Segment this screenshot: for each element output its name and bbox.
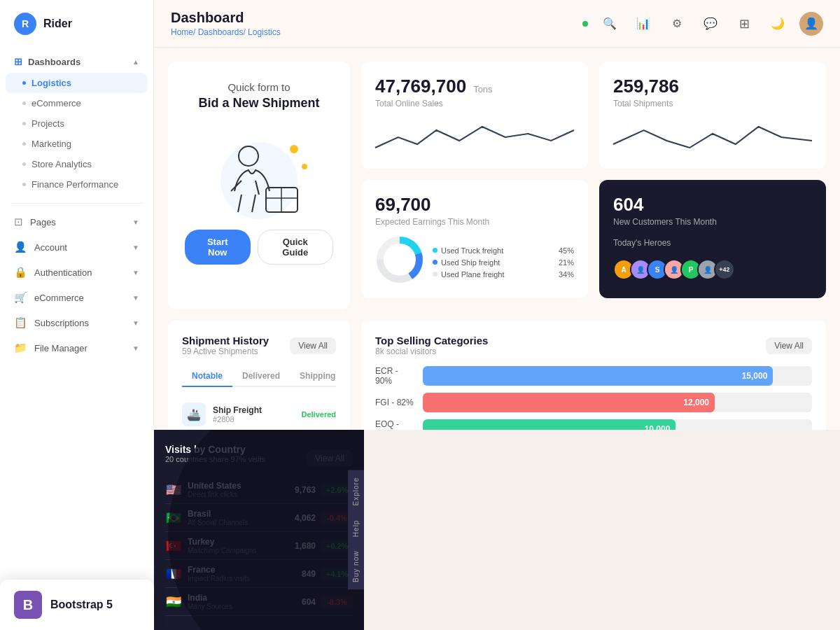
shipment-item: 🚢 Ship Freight #2808 Delivered [182,397,336,430]
sidebar-item-subscriptions[interactable]: 📋 Subscriptions ▼ [0,310,153,335]
subscriptions-label: Subscriptions [34,318,89,328]
country-name: France [188,565,282,575]
country-source: All Social Channels [188,519,282,526]
ship-info: Ship Freight #2808 [213,405,294,424]
dark-mode-toggle[interactable]: 🌙 [766,12,790,36]
sidebar-item-ecommerce[interactable]: eCommerce [0,93,153,113]
sales-unit: Tons [473,84,492,94]
shipments-label: Total Shipments [613,99,812,108]
shipment-view-all[interactable]: View All [290,337,336,354]
chevron-icon: ▼ [132,269,139,276]
user-avatar[interactable]: 👤 [799,12,823,36]
account-label: Account [34,242,67,253]
visits-section: Visits by Country 20 countries share 97%… [165,441,353,619]
hero-illustration [196,132,322,216]
selling-subtitle: 8k social visitors [375,346,488,356]
sales-card: 47,769,700 Tons Total Online Sales [361,62,588,169]
tab-delivered[interactable]: Delivered [232,366,290,387]
explore-label[interactable]: Explore [348,470,364,513]
chevron-icon: ▼ [132,218,139,226]
shipments-card: 259,786 Total Shipments [599,62,826,169]
sidebar-item-ecommerce-main[interactable]: 🛒 eCommerce ▼ [0,285,153,310]
main-area: Dashboard Home/ Dashboards/ Logistics 🔍 … [154,0,840,630]
grid-button[interactable]: ⊞ [732,12,756,36]
help-label[interactable]: Help [348,512,364,544]
dashboards-section: ⊞ Dashboards ▲ Logistics eCommerce Proje… [0,48,153,197]
sidebar-item-logistics[interactable]: Logistics [6,73,148,93]
visits-subtitle: 20 countries share 97% visits [165,455,265,463]
country-source: Direct link clicks [188,491,282,498]
bar-fill: 15,000 [423,366,773,386]
country-info: United States Direct link clicks [188,481,282,498]
sidebar-item-finance[interactable]: Finance Performance [0,174,153,195]
dot [22,162,26,166]
active-dot [22,81,26,85]
bar-fill: 12,000 [423,393,715,412]
logo-icon: R [14,13,36,35]
bar-track: 15,000 [423,366,812,386]
country-name: Turkey [188,537,282,547]
logo-area[interactable]: R Rider [0,0,153,48]
visits-view-all[interactable]: View All [307,450,353,467]
country-list: 🇺🇸 United States Direct link clicks 9,76… [165,476,353,616]
sidebar-item-pages[interactable]: ⊡ Pages ▼ [0,209,153,234]
country-info: France Impact Radius visits [188,565,282,582]
dashboards-label: Dashboards [28,57,80,67]
buy-now-label[interactable]: Buy now [348,544,364,589]
messages-button[interactable]: 💬 [699,12,722,36]
sidebar-item-filemanager[interactable]: 📁 File Manager ▼ [0,335,153,360]
filemanager-icon: 📁 [14,342,27,354]
country-flag: 🇹🇷 [165,538,182,554]
svg-point-0 [220,142,298,219]
filemanager-label: File Manager [34,343,88,354]
promo-text: Bootstrap 5 [50,598,113,611]
tab-shipping[interactable]: Shipping [290,366,345,387]
header-right: 🔍 📊 ⚙ 💬 ⊞ 🌙 👤 [582,12,823,36]
ship-status: Delivered [301,410,336,419]
content-area: Quick form to Bid a New Shipment [154,48,840,630]
bar-label: ECR - 90% [375,366,417,386]
shipment-history-card: Shipment History 59 Active Shipments Vie… [168,321,350,430]
bar-row: ECR - 90% 15,000 [375,366,812,386]
heroes-avatars: A 👤 S 👤 P 👤 +42 [613,259,812,280]
header: Dashboard Home/ Dashboards/ Logistics 🔍 … [154,0,840,48]
chevron-icon: ▼ [132,244,139,251]
shipment-tabs: Notable Delivered Shipping [182,366,336,387]
ecommerce-icon: 🛒 [14,291,27,304]
tab-notable[interactable]: Notable [182,366,232,387]
pages-icon: ⊡ [14,216,23,228]
country-visits: 604 [288,597,316,607]
bottom-row: Shipment History 59 Active Shipments Vie… [168,321,826,430]
sidebar-item-label: Marketing [31,139,71,149]
right-panel: Visits by Country 20 countries share 97%… [154,430,364,630]
sidebar-item-store-analytics[interactable]: Store Analytics [0,154,153,174]
selling-header: Top Selling Categories 8k social visitor… [375,335,812,356]
start-now-button[interactable]: Start Now [185,230,251,265]
chevron-icon: ▼ [132,319,139,327]
settings-button[interactable]: ⚙ [665,12,689,36]
country-visits: 1,680 [288,541,316,551]
quick-guide-button[interactable]: Quick Guide [258,230,333,265]
top-selling-card: Top Selling Categories 8k social visitor… [361,321,826,430]
search-button[interactable]: 🔍 [598,12,622,36]
dot [22,122,26,125]
svg-point-9 [290,145,298,153]
country-name: United States [188,481,282,491]
chevron-icon: ▼ [132,294,139,302]
shipments-chart [613,120,812,155]
sidebar-item-label: Finance Performance [31,179,118,190]
country-row: 🇹🇷 Turkey Mailchimp Campaigns 1,680 +0.2… [165,532,353,560]
sidebar-item-account[interactable]: 👤 Account ▼ [0,234,153,260]
divider [11,203,142,204]
selling-view-all[interactable]: View All [766,337,812,354]
chart-button[interactable]: 📊 [631,12,655,36]
promo-banner[interactable]: B Bootstrap 5 [0,580,154,630]
visits-title: Visits by Country [165,444,265,455]
dashboards-header[interactable]: ⊞ Dashboards ▲ [0,50,153,73]
sidebar: R Rider ⊞ Dashboards ▲ Logistics eCommer… [0,0,154,630]
sidebar-item-label: eCommerce [31,98,81,108]
sidebar-item-projects[interactable]: Projects [0,113,153,134]
sidebar-item-marketing[interactable]: Marketing [0,134,153,154]
sidebar-item-authentication[interactable]: 🔒 Authentication ▼ [0,260,153,285]
customers-card: 604 New Customers This Month Today's Her… [599,180,826,298]
